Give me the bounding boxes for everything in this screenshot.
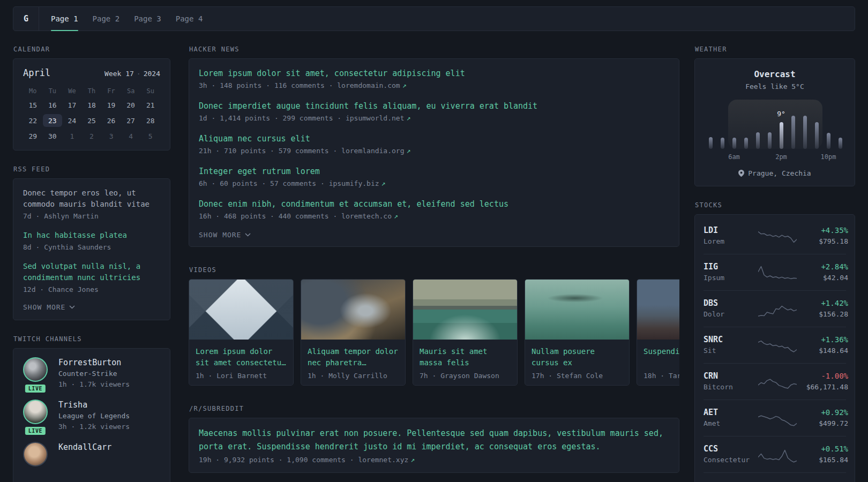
twitch-widget: LIVE ForrestBurton Counter-Strike 1h · 1… [13,348,170,482]
calendar-day: 3 [101,130,121,142]
video-card[interactable]: Mauris sit amet massa felis 7h · Grayson… [413,279,518,386]
stock-row[interactable]: SNRC Sit +1.36% $148.64 [704,327,846,363]
stock-left: DBS Dolor [704,298,758,320]
video-card[interactable]: Nullam posuere cursus ex 17h · Stefan Co… [525,279,630,386]
stock-left: SNRC Sit [704,334,758,356]
hn-item: Donec enim nibh, condimentum et accumsan… [199,198,669,222]
weather-widget: Overcast Feels like 5°C 9° 6am2pm10pm Pr… [694,58,855,186]
stock-symbol: AET [704,407,758,418]
reddit-section-label: /R/SUBREDDIT [189,405,679,412]
twitch-channel-row[interactable]: KendallCarr [23,442,160,466]
stock-change: -1.00% [797,371,848,382]
rss-item-meta: 12d · Chance Jones [23,284,160,295]
calendar-weekday: Su [140,86,160,96]
stock-row[interactable]: CCS Consectetur +0.51% $165.84 [704,436,846,472]
weather-bars [705,114,846,149]
video-meta: 17h · Stefan Cole [532,372,623,380]
weather-bar [721,138,724,149]
external-link-icon[interactable]: ↗ [381,179,386,187]
weather-bar [756,132,760,149]
calendar-day: 25 [82,114,102,127]
stock-symbol: IIG [704,261,758,273]
stock-left: AET Amet [704,407,758,429]
rss-item-link[interactable]: In hac habitasse platea [23,230,160,241]
weather-time-label: 2pm [775,153,787,161]
hn-item-link[interactable]: Integer eget rutrum lorem [199,165,669,177]
video-body: Suspendisse diam 18h · Tara [637,340,679,385]
video-card[interactable]: Aliquam tempor dolor nec pharetra… 1h · … [301,279,406,386]
video-title-link[interactable]: Lorem ipsum dolor sit amet consectetu… [196,346,287,368]
rss-show-more-button[interactable]: SHOW MORE [23,303,160,311]
twitch-channel-row[interactable]: LIVE Trisha League of Legends 3h · 1.2k … [23,400,160,432]
video-title-link[interactable]: Nullam posuere cursus ex [532,346,623,368]
reddit-post-link[interactable]: Maecenas mollis pulvinar erat non posuer… [199,427,669,454]
stock-left: CRN Bitcorn [704,371,758,393]
calendar-section-label: CALENDAR [13,46,170,53]
hn-item-link[interactable]: Aliquam nec cursus elit [199,133,669,145]
stock-change: +1.36% [797,334,848,345]
calendar-day: 4 [121,130,141,142]
stock-row[interactable]: AHS +0.46% [704,472,846,482]
stock-sparkline [758,409,797,427]
hn-show-more-button[interactable]: SHOW MORE [199,231,669,239]
stock-row[interactable]: IIG Ipsum +2.84% $42.04 [704,254,846,290]
hn-item-link[interactable]: Donec imperdiet augue tincidunt felis al… [199,100,669,112]
calendar-widget: April Week 17·2024 MoTuWeThFrSaSu 151617… [13,58,170,150]
weather-bar [803,116,807,149]
hn-item: Donec imperdiet augue tincidunt felis al… [199,100,669,124]
video-thumbnail [637,280,679,340]
rss-item-link[interactable]: Donec tempor eros leo, ut commodo mauris… [23,187,160,210]
external-link-icon[interactable]: ↗ [407,147,411,155]
external-link-icon[interactable]: ↗ [402,81,407,89]
video-title-link[interactable]: Suspendisse diam [643,346,679,368]
stock-row[interactable]: AET Amet +0.92% $499.72 [704,400,846,436]
stock-row[interactable]: CRN Bitcorn -1.00% $66,171.48 [704,363,846,400]
video-card[interactable]: Suspendisse diam 18h · Tara [637,279,679,386]
hn-item-meta: 16h · 468 points · 440 comments · loremt… [199,211,669,222]
calendar-year: 2024 [144,70,160,78]
stock-change: +0.92% [797,407,848,418]
hn-item: Aliquam nec cursus elit 21h · 710 points… [199,133,669,156]
tab-page-3[interactable]: Page 3 [134,7,161,31]
stock-sparkline [758,263,797,282]
stock-symbol: CRN [704,371,758,382]
stock-left: LDI Lorem [704,225,758,247]
video-body: Lorem ipsum dolor sit amet consectetu… 1… [189,340,293,385]
hn-item-link[interactable]: Donec enim nibh, condimentum et accumsan… [199,198,669,210]
video-title-link[interactable]: Mauris sit amet massa felis [420,346,511,368]
video-card[interactable]: Lorem ipsum dolor sit amet consectetu… 1… [189,279,294,386]
twitch-channel-name: Trisha [58,400,130,411]
hn-item-link[interactable]: Lorem ipsum dolor sit amet, consectetur … [199,67,669,79]
weather-feels-like: Feels like 5°C [705,81,845,92]
tab-page-4[interactable]: Page 4 [176,7,203,31]
stock-row[interactable]: LDI Lorem +4.35% $795.18 [704,218,846,254]
content-columns: CALENDAR April Week 17·2024 MoTuWeThFrSa… [13,46,855,482]
external-link-icon[interactable]: ↗ [394,212,398,220]
rss-item-link[interactable]: Sed volutpat nulla nisl, a condimentum n… [23,261,160,283]
weather-time-label: 10pm [821,153,836,161]
stock-symbol: DBS [704,298,758,309]
stock-change: +4.35% [797,225,848,236]
stock-row[interactable]: DBS Dolor +1.42% $156.28 [704,290,846,327]
tab-page-2[interactable]: Page 2 [93,7,120,31]
external-link-icon[interactable]: ↗ [410,456,415,464]
weather-bar [709,137,713,149]
page-tabs: Page 1 Page 2 Page 3 Page 4 [39,7,203,31]
calendar-weekday: We [62,86,82,96]
calendar-weekday-row: MoTuWeThFrSaSu [23,86,160,99]
weather-bar [827,133,830,149]
weather-location: Prague, Czechia [705,169,845,177]
stock-left: IIG Ipsum [704,261,758,283]
calendar-weekday: Th [82,86,102,96]
stock-name: Sit [704,345,758,356]
calendar-day: 28 [140,114,160,127]
tab-page-1[interactable]: Page 1 [51,7,78,31]
app-logo[interactable]: G [13,7,39,31]
twitch-channel-row[interactable]: LIVE ForrestBurton Counter-Strike 1h · 1… [23,357,160,390]
external-link-icon[interactable]: ↗ [407,114,411,122]
video-title-link[interactable]: Aliquam tempor dolor nec pharetra… [308,346,399,368]
weather-section-label: WEATHER [695,46,855,53]
rss-item: Donec tempor eros leo, ut commodo mauris… [23,187,160,221]
calendar-day: 26 [101,114,121,127]
video-row: Lorem ipsum dolor sit amet consectetu… 1… [189,279,679,386]
